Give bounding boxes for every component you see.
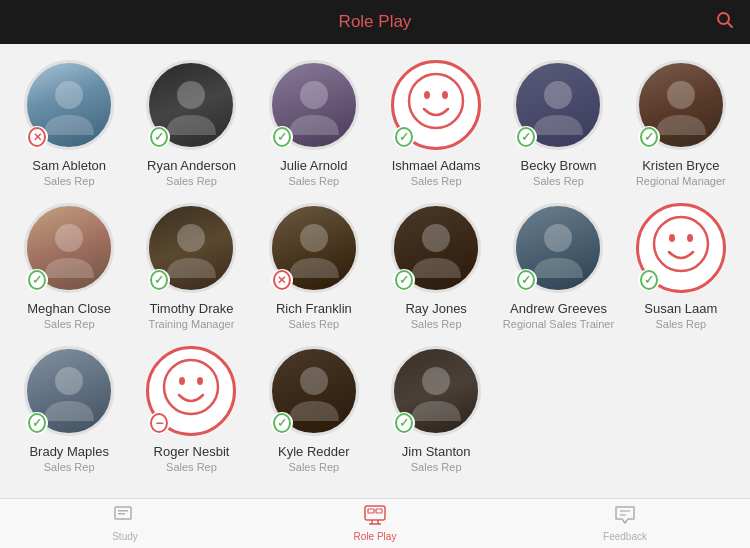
- people-grid-container: Sam AbletonSales Rep Ryan AndersonSales …: [0, 44, 750, 498]
- svg-point-15: [654, 217, 708, 271]
- person-role: Sales Rep: [288, 175, 339, 187]
- person-card[interactable]: Jim StantonSales Rep: [380, 346, 492, 473]
- person-role: Sales Rep: [533, 175, 584, 187]
- person-card[interactable]: Ishmael AdamsSales Rep: [380, 60, 492, 187]
- svg-point-21: [197, 377, 203, 385]
- person-card[interactable]: Roger NesbitSales Rep: [135, 346, 247, 473]
- avatar-wrapper: [269, 346, 359, 436]
- svg-point-4: [300, 81, 328, 109]
- avatar-wrapper: [636, 60, 726, 150]
- avatar-placeholder-icon: [406, 71, 466, 139]
- status-badge: [393, 269, 415, 291]
- status-badge: [26, 269, 48, 291]
- svg-point-14: [544, 224, 572, 252]
- svg-point-10: [55, 224, 83, 252]
- person-name: Susan Laam: [644, 301, 717, 316]
- header-title: Role Play: [339, 12, 412, 32]
- person-card[interactable]: Meghan CloseSales Rep: [13, 203, 125, 330]
- avatar-wrapper: [146, 60, 236, 150]
- person-name: Rich Franklin: [276, 301, 352, 316]
- person-role: Sales Rep: [166, 461, 217, 473]
- svg-point-20: [179, 377, 185, 385]
- person-card[interactable]: Becky BrownSales Rep: [502, 60, 614, 187]
- person-name: Kristen Bryce: [642, 158, 719, 173]
- nav-feedback[interactable]: Feedback: [585, 505, 665, 542]
- app-header: Role Play: [0, 0, 750, 44]
- person-name: Meghan Close: [27, 301, 111, 316]
- svg-rect-29: [376, 509, 382, 513]
- person-card[interactable]: Ray JonesSales Rep: [380, 203, 492, 330]
- person-role: Sales Rep: [44, 461, 95, 473]
- svg-point-23: [422, 367, 450, 395]
- person-card[interactable]: Brady MaplesSales Rep: [13, 346, 125, 473]
- feedback-label: Feedback: [603, 531, 647, 542]
- svg-point-8: [544, 81, 572, 109]
- status-badge: [148, 126, 170, 148]
- svg-rect-26: [118, 513, 125, 515]
- person-role: Regional Manager: [636, 175, 726, 187]
- person-name: Timothy Drake: [149, 301, 233, 316]
- people-grid: Sam AbletonSales Rep Ryan AndersonSales …: [10, 60, 740, 473]
- status-badge: [26, 126, 48, 148]
- status-badge: [515, 269, 537, 291]
- study-label: Study: [112, 531, 138, 542]
- study-icon: [113, 505, 137, 529]
- svg-point-3: [177, 81, 205, 109]
- status-badge: [393, 126, 415, 148]
- person-card[interactable]: Julie ArnoldSales Rep: [258, 60, 370, 187]
- person-role: Sales Rep: [411, 461, 462, 473]
- nav-roleplay[interactable]: Role Play: [335, 505, 415, 542]
- status-badge: [148, 269, 170, 291]
- bottom-navigation: Study Role Play Feedback: [0, 498, 750, 548]
- svg-point-2: [55, 81, 83, 109]
- person-card[interactable]: Timothy DrakeTraining Manager: [135, 203, 247, 330]
- svg-rect-28: [368, 509, 374, 513]
- status-badge: [271, 412, 293, 434]
- avatar-wrapper: [146, 203, 236, 293]
- svg-point-12: [300, 224, 328, 252]
- person-role: Sales Rep: [655, 318, 706, 330]
- avatar-wrapper: [24, 203, 114, 293]
- person-name: Brady Maples: [29, 444, 108, 459]
- person-name: Ryan Anderson: [147, 158, 236, 173]
- person-card[interactable]: Rich FranklinSales Rep: [258, 203, 370, 330]
- person-card[interactable]: Ryan AndersonSales Rep: [135, 60, 247, 187]
- avatar-wrapper: [24, 60, 114, 150]
- person-name: Andrew Greeves: [510, 301, 607, 316]
- person-name: Sam Ableton: [32, 158, 106, 173]
- avatar-wrapper: [269, 60, 359, 150]
- person-role: Regional Sales Trainer: [503, 318, 614, 330]
- person-card[interactable]: Andrew GreevesRegional Sales Trainer: [502, 203, 614, 330]
- avatar-wrapper: [269, 203, 359, 293]
- avatar-wrapper: [391, 60, 481, 150]
- person-name: Becky Brown: [521, 158, 597, 173]
- nav-study[interactable]: Study: [85, 505, 165, 542]
- avatar-wrapper: [513, 203, 603, 293]
- person-card[interactable]: Kyle RedderSales Rep: [258, 346, 370, 473]
- person-role: Sales Rep: [44, 175, 95, 187]
- svg-point-5: [409, 74, 463, 128]
- svg-rect-25: [118, 510, 128, 512]
- avatar-wrapper: [513, 60, 603, 150]
- svg-point-7: [442, 91, 448, 99]
- avatar-placeholder-icon: [651, 214, 711, 282]
- status-badge: [148, 412, 170, 434]
- search-icon[interactable]: [716, 11, 734, 34]
- status-badge: [271, 126, 293, 148]
- status-badge: [393, 412, 415, 434]
- person-name: Kyle Redder: [278, 444, 350, 459]
- svg-point-16: [669, 234, 675, 242]
- status-badge: [271, 269, 293, 291]
- avatar-placeholder-icon: [161, 357, 221, 425]
- avatar-wrapper: [636, 203, 726, 293]
- svg-point-6: [424, 91, 430, 99]
- person-role: Sales Rep: [44, 318, 95, 330]
- person-card[interactable]: Susan LaamSales Rep: [625, 203, 737, 330]
- roleplay-icon: [363, 505, 387, 529]
- avatar-wrapper: [391, 346, 481, 436]
- person-name: Ray Jones: [405, 301, 466, 316]
- avatar-wrapper: [24, 346, 114, 436]
- person-card[interactable]: Sam AbletonSales Rep: [13, 60, 125, 187]
- person-name: Jim Stanton: [402, 444, 471, 459]
- person-card[interactable]: Kristen BryceRegional Manager: [625, 60, 737, 187]
